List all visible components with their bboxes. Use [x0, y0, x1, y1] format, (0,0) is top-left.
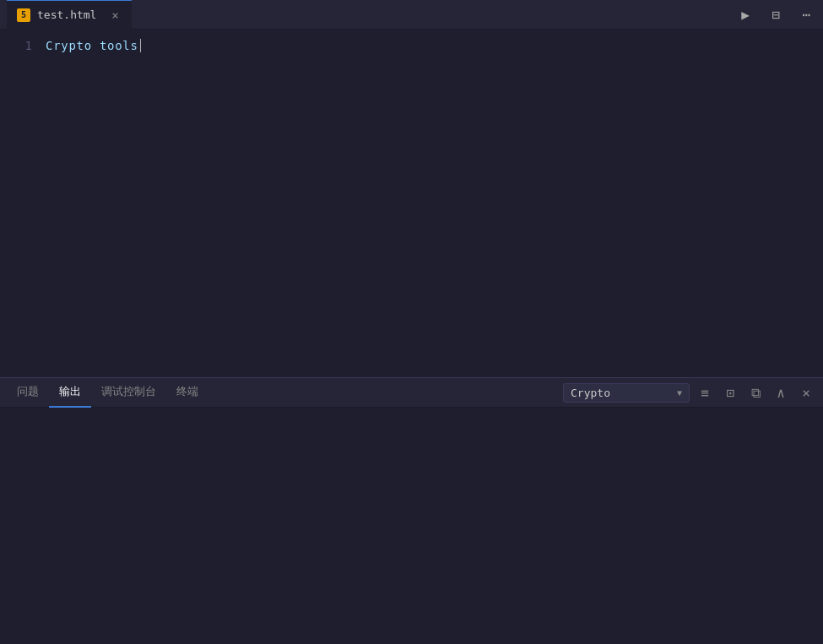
split-editor-button[interactable]: ⊟	[766, 4, 786, 24]
tab-close-button[interactable]: ×	[108, 8, 122, 22]
panel-tab-bar: 问题 输出 调试控制台 终端 Crypto ▼ ≡ ⊡ ⧉ ∧ ×	[0, 378, 823, 408]
tab-problems[interactable]: 问题	[7, 378, 49, 408]
editor-area[interactable]: 1 Crypto tools	[0, 30, 823, 377]
code-text-1: Crypto tools	[46, 36, 138, 55]
output-source-dropdown[interactable]: Crypto ▼	[563, 383, 690, 403]
tab-debug-console[interactable]: 调试控制台	[91, 378, 166, 408]
html-file-icon: 5	[17, 8, 30, 22]
title-bar: 5 test.html × ▶ ⊟ ⋯	[0, 0, 823, 30]
line-number: 1	[0, 36, 32, 55]
new-terminal-button[interactable]: ⧉	[745, 382, 766, 403]
panel-content	[0, 408, 823, 644]
panel-area: 问题 输出 调试控制台 终端 Crypto ▼ ≡ ⊡ ⧉ ∧ ×	[0, 377, 823, 644]
tab-output[interactable]: 输出	[49, 378, 91, 408]
tab-terminal[interactable]: 终端	[166, 378, 208, 408]
title-bar-actions: ▶ ⊟ ⋯	[735, 4, 816, 24]
close-panel-button[interactable]: ×	[796, 382, 816, 403]
run-button[interactable]: ▶	[735, 4, 755, 24]
chevron-down-icon: ▼	[677, 388, 682, 398]
clear-output-button[interactable]: ≡	[695, 382, 715, 403]
copy-output-button[interactable]: ⊡	[720, 382, 740, 403]
tab-filename: test.html	[37, 8, 96, 21]
code-area[interactable]: Crypto tools	[42, 30, 823, 377]
collapse-panel-button[interactable]: ∧	[771, 382, 791, 403]
line-numbers: 1	[0, 30, 42, 377]
code-line-1: Crypto tools	[46, 36, 823, 55]
editor-tab[interactable]: 5 test.html ×	[7, 0, 132, 30]
text-cursor	[140, 39, 141, 52]
panel-tab-actions: Crypto ▼ ≡ ⊡ ⧉ ∧ ×	[563, 382, 816, 403]
dropdown-selected-label: Crypto	[571, 387, 672, 399]
more-actions-button[interactable]: ⋯	[796, 4, 816, 24]
